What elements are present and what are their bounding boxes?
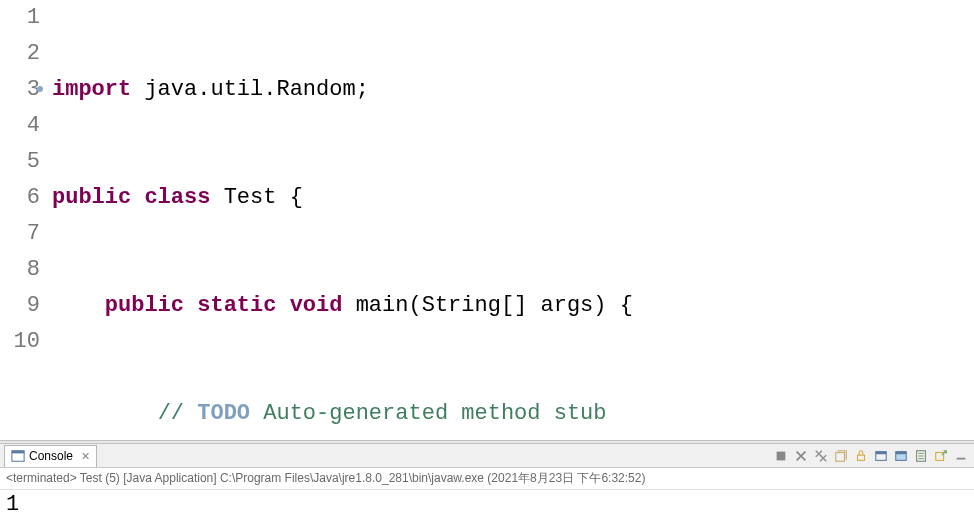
show-console-button[interactable] <box>872 447 890 465</box>
console-output[interactable]: 1 <box>0 490 974 519</box>
terminate-button[interactable] <box>772 447 790 465</box>
line-number: 6 <box>0 180 40 216</box>
svg-rect-2 <box>777 451 786 460</box>
line-number: 4 <box>0 108 40 144</box>
code-text: Test { <box>210 185 302 210</box>
open-console-button[interactable] <box>932 447 950 465</box>
svg-rect-8 <box>896 451 907 454</box>
line-number: 7 <box>0 216 40 252</box>
svg-rect-6 <box>876 451 887 454</box>
keyword: public <box>52 185 131 210</box>
svg-rect-11 <box>957 457 966 459</box>
svg-rect-1 <box>12 451 24 454</box>
svg-rect-3 <box>836 452 845 461</box>
minimize-button[interactable] <box>952 447 970 465</box>
remove-launch-button[interactable] <box>792 447 810 465</box>
code-line[interactable]: public static void main(String[] args) { <box>52 288 974 324</box>
console-status: <terminated> Test (5) [Java Application]… <box>0 468 974 490</box>
line-number: 5 <box>0 144 40 180</box>
todo-tag: TODO <box>197 401 250 426</box>
console-header: Console ✕ <box>0 444 974 468</box>
line-number: 2 <box>0 36 40 72</box>
svg-rect-4 <box>858 455 865 460</box>
scroll-lock-button[interactable] <box>852 447 870 465</box>
keyword: public <box>105 293 184 318</box>
remove-all-button[interactable] <box>812 447 830 465</box>
keyword: import <box>52 77 131 102</box>
line-number: 9 <box>0 288 40 324</box>
line-number: 1 <box>0 0 40 36</box>
line-number: 10 <box>0 324 40 360</box>
code-text: main(String[] args) { <box>342 293 632 318</box>
comment: // <box>158 401 198 426</box>
code-content[interactable]: import java.util.Random; public class Te… <box>48 0 974 440</box>
indent <box>52 293 105 318</box>
keyword: static <box>197 293 276 318</box>
close-icon[interactable]: ✕ <box>81 450 90 463</box>
display-selected-button[interactable] <box>912 447 930 465</box>
pin-console-button[interactable] <box>892 447 910 465</box>
line-number-gutter: 1 2 3 4 5 6 7 8 9 10 <box>0 0 48 440</box>
code-line[interactable]: public class Test { <box>52 180 974 216</box>
comment: Auto-generated method stub <box>250 401 606 426</box>
code-line[interactable]: import java.util.Random; <box>52 72 974 108</box>
console-tab[interactable]: Console ✕ <box>4 445 97 467</box>
clear-console-button[interactable] <box>832 447 850 465</box>
console-tab-label: Console <box>29 449 73 463</box>
keyword: class <box>144 185 210 210</box>
svg-rect-10 <box>936 452 944 460</box>
line-number: 3 <box>0 72 40 108</box>
indent <box>52 401 158 426</box>
console-icon <box>11 449 25 463</box>
console-toolbar <box>772 447 970 465</box>
line-number: 8 <box>0 252 40 288</box>
code-text: java.util.Random; <box>131 77 369 102</box>
keyword: void <box>290 293 343 318</box>
code-line[interactable]: // TODO Auto-generated method stub <box>52 396 974 432</box>
code-editor[interactable]: 1 2 3 4 5 6 7 8 9 10 import java.util.Ra… <box>0 0 974 440</box>
